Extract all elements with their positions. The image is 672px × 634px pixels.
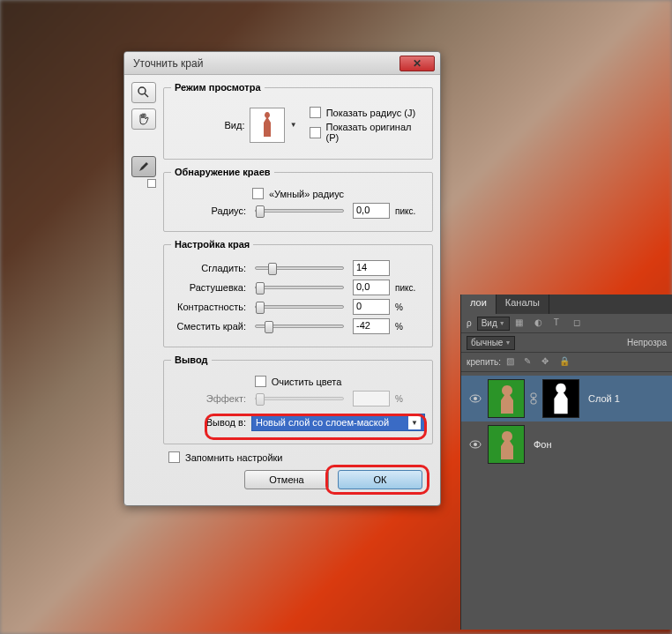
svg-point-1 xyxy=(474,397,477,400)
show-original-checkbox[interactable] xyxy=(310,127,321,138)
ok-button[interactable]: ОК xyxy=(338,470,422,489)
amount-label: Эффект: xyxy=(171,393,246,404)
magnifier-icon xyxy=(137,86,151,100)
chevron-down-icon: ▼ xyxy=(504,339,511,346)
radius-label: Радиус: xyxy=(171,205,246,216)
view-label: Вид: xyxy=(171,120,244,131)
lock-row: крепить: ▨ ✎ ✥ 🔒 xyxy=(461,353,672,372)
layer-mask-thumbnail[interactable] xyxy=(542,379,579,418)
layer-list: Слой 1 Фон xyxy=(461,372,672,471)
output-to-dropdown[interactable]: Новый слой со слоем-маской ▼ xyxy=(251,414,425,431)
layer-filter-row: ρ Вид ▼ ▦ ◐ T ◻ xyxy=(461,314,672,333)
show-original-label: Показать оригинал (P) xyxy=(326,122,425,143)
close-icon: ✕ xyxy=(413,57,422,70)
blend-mode-dropdown[interactable]: бычные ▼ xyxy=(467,336,515,350)
hand-icon xyxy=(137,112,151,126)
image-filter-icon[interactable]: ▦ xyxy=(515,317,527,330)
lock-trans-icon[interactable]: ▨ xyxy=(506,356,519,369)
link-icon[interactable] xyxy=(528,392,539,405)
blend-row: бычные ▼ Непрозра xyxy=(461,333,672,353)
dropdown-arrow-button[interactable]: ▼ xyxy=(408,415,421,429)
feather-input[interactable]: 0,0 xyxy=(353,280,390,295)
output-to-label: Вывод в: xyxy=(171,417,246,428)
radius-input[interactable]: 0,0 xyxy=(353,203,390,219)
cancel-label: Отмена xyxy=(269,474,303,485)
preview-figure-icon xyxy=(259,110,275,140)
layer-item[interactable]: Слой 1 xyxy=(461,376,672,421)
blend-mode-value: бычные xyxy=(471,338,503,347)
show-radius-checkbox[interactable] xyxy=(310,107,321,118)
layer-thumbnail[interactable] xyxy=(488,379,525,418)
output-fieldset: Вывод Очистить цвета Эффект: % Вывод в: … xyxy=(163,354,433,444)
smooth-slider[interactable] xyxy=(255,266,344,270)
adjust-edge-legend: Настройка края xyxy=(171,239,253,250)
kind-label: Вид xyxy=(482,318,497,328)
panel-tabs: лои Каналы xyxy=(461,295,672,314)
radius-slider[interactable] xyxy=(255,209,344,213)
layer-item[interactable]: Фон xyxy=(461,421,672,467)
contrast-input[interactable]: 0 xyxy=(353,299,390,315)
dialog-titlebar[interactable]: Уточнить край ✕ xyxy=(124,52,440,75)
amount-input xyxy=(353,391,390,407)
lock-label: крепить: xyxy=(467,357,501,367)
view-preview-dropdown[interactable] xyxy=(250,108,284,143)
brush-icon xyxy=(137,160,151,174)
close-button[interactable]: ✕ xyxy=(399,56,435,71)
lock-move-icon[interactable]: ✥ xyxy=(541,356,554,369)
show-radius-label: Показать радиус (J) xyxy=(326,108,415,118)
lock-paint-icon[interactable]: ✎ xyxy=(524,356,536,369)
tab-channels[interactable]: Каналы xyxy=(497,295,549,314)
kind-dropdown[interactable]: Вид ▼ xyxy=(477,317,510,331)
refine-brush-button[interactable] xyxy=(131,156,156,177)
type-filter-icon[interactable]: T xyxy=(554,317,566,330)
dialog-title: Уточнить край xyxy=(133,57,203,70)
smooth-label: Сгладить: xyxy=(171,263,246,273)
contrast-unit: % xyxy=(395,302,425,312)
svg-point-10 xyxy=(138,87,146,94)
chevron-down-icon: ▼ xyxy=(411,419,418,427)
tool-column xyxy=(131,82,158,498)
view-mode-fieldset: Режим просмотра Вид: ▼ Показать радиус (… xyxy=(163,82,433,160)
amount-slider xyxy=(255,397,344,400)
shift-label: Сместить край: xyxy=(171,321,246,332)
chevron-down-icon: ▼ xyxy=(290,121,297,129)
lock-all-icon[interactable]: 🔒 xyxy=(559,356,571,369)
tab-layers[interactable]: лои xyxy=(461,295,497,314)
remember-settings-checkbox[interactable] xyxy=(168,451,180,463)
cancel-button[interactable]: Отмена xyxy=(244,470,329,489)
radius-unit: пикс. xyxy=(395,206,425,216)
output-legend: Вывод xyxy=(171,354,212,365)
contrast-label: Контрастность: xyxy=(171,302,246,312)
feather-unit: пикс. xyxy=(395,283,425,293)
shift-input[interactable]: -42 xyxy=(353,318,390,334)
layer-name-label: Фон xyxy=(534,439,552,450)
svg-line-11 xyxy=(145,93,148,97)
contrast-slider[interactable] xyxy=(255,305,344,309)
shape-filter-icon[interactable]: ◻ xyxy=(573,317,586,330)
search-icon: ρ xyxy=(467,318,472,328)
refine-edge-dialog: Уточнить край ✕ Режим просмотра Вид: xyxy=(123,51,441,506)
shift-slider[interactable] xyxy=(255,324,344,328)
opacity-label: Непрозра xyxy=(627,338,667,347)
brush-subtool-flyout[interactable] xyxy=(147,179,156,188)
zoom-tool-button[interactable] xyxy=(131,82,156,103)
shift-unit: % xyxy=(395,322,425,332)
smart-radius-checkbox[interactable] xyxy=(252,188,264,199)
smart-radius-label: «Умный» радиус xyxy=(269,189,344,199)
output-to-value: Новый слой со слоем-маской xyxy=(256,417,389,428)
visibility-icon[interactable] xyxy=(469,394,482,403)
remember-settings-label: Запомнить настройки xyxy=(185,452,283,463)
chevron-down-icon: ▼ xyxy=(499,320,505,326)
decontaminate-checkbox[interactable] xyxy=(255,376,266,387)
smooth-input[interactable]: 14 xyxy=(353,260,390,276)
view-mode-legend: Режим просмотра xyxy=(171,82,265,93)
visibility-icon[interactable] xyxy=(469,440,482,449)
decontaminate-label: Очистить цвета xyxy=(272,377,342,387)
layer-name-label: Слой 1 xyxy=(588,393,620,404)
edge-detection-legend: Обнаружение краев xyxy=(171,167,274,177)
feather-slider[interactable] xyxy=(255,286,344,289)
layer-thumbnail[interactable] xyxy=(488,425,525,464)
adjust-filter-icon[interactable]: ◐ xyxy=(534,317,547,330)
hand-tool-button[interactable] xyxy=(131,108,156,130)
adjust-edge-fieldset: Настройка края Сгладить: 14 Растушевка: … xyxy=(163,239,433,347)
